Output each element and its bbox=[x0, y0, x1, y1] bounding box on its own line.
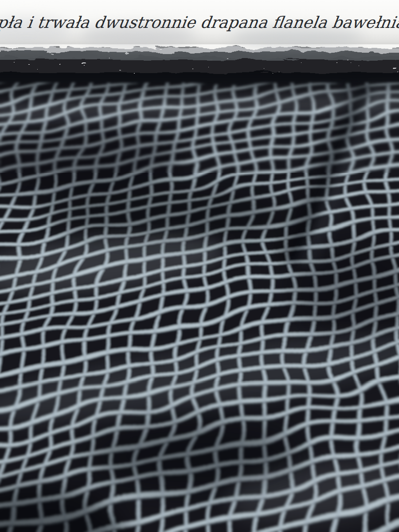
torn-edge-graphic bbox=[0, 40, 399, 81]
fabric-photo bbox=[0, 71, 399, 532]
fabric-check-pattern bbox=[0, 82, 399, 532]
page: ciepła i trwała dwustronnie drapana flan… bbox=[0, 0, 399, 532]
caption-text: ciepła i trwała dwustronnie drapana flan… bbox=[0, 13, 399, 31]
fabric-weave-svg bbox=[0, 82, 399, 532]
torn-edge-band bbox=[0, 40, 399, 81]
caption-banner: ciepła i trwała dwustronnie drapana flan… bbox=[0, 0, 399, 44]
